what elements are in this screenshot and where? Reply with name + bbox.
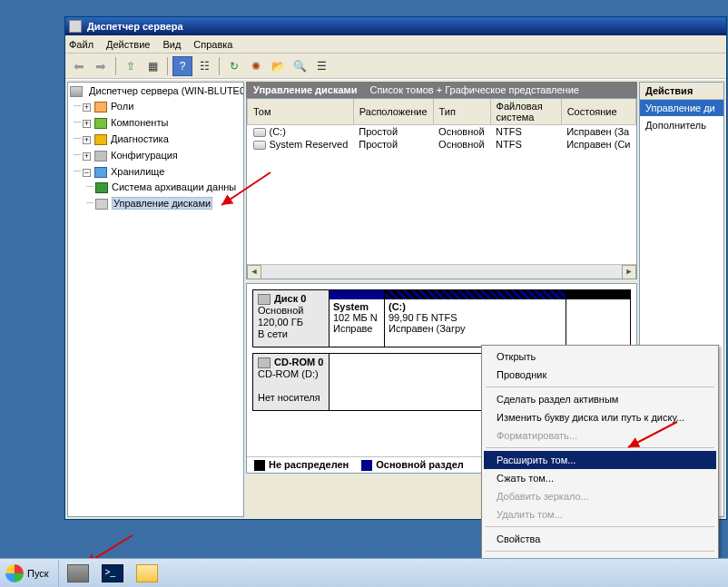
explorer-icon xyxy=(136,564,158,582)
forward-button[interactable]: ➡ xyxy=(91,56,111,76)
up-button[interactable]: ⇧ xyxy=(121,56,141,76)
menu-action[interactable]: Действие xyxy=(106,39,150,50)
ctx-add-mirror: Добавить зеркало... xyxy=(484,487,716,505)
action-button-2[interactable]: 🔍 xyxy=(290,56,310,76)
drive-icon xyxy=(253,141,266,150)
tree-roles[interactable]: +Роли xyxy=(83,98,243,114)
legend-swatch-unallocated xyxy=(254,460,265,471)
ctx-format: Форматировать... xyxy=(484,426,716,445)
menu-view[interactable]: Вид xyxy=(162,39,181,50)
storage-icon xyxy=(94,167,107,178)
server-icon xyxy=(70,86,83,97)
ctx-make-active[interactable]: Сделать раздел активным xyxy=(484,390,716,408)
start-label: Пуск xyxy=(27,568,49,579)
center-subtitle: Список томов + Графическое представление xyxy=(369,84,578,95)
disk-label: CD-ROM 0 CD-ROM (D:) Нет носителя xyxy=(253,354,330,410)
tree-configuration[interactable]: +Конфигурация xyxy=(83,147,243,163)
scroll-left-button[interactable]: ◄ xyxy=(247,265,261,279)
menu-help[interactable]: Справка xyxy=(193,39,232,50)
components-icon xyxy=(94,118,107,129)
view-list-button[interactable]: ☰ xyxy=(311,56,331,76)
disk-management-icon xyxy=(95,199,108,210)
partition-system-reserved[interactable]: System 102 МБ N Исправе xyxy=(330,290,384,347)
collapse-icon[interactable]: − xyxy=(83,169,91,177)
taskbar: Пуск xyxy=(0,558,728,587)
actions-more[interactable]: Дополнитель xyxy=(640,116,723,134)
tree-diagnostics[interactable]: +Диагностика xyxy=(83,131,243,147)
ctx-open[interactable]: Открыть xyxy=(484,347,716,366)
taskbar-explorer[interactable] xyxy=(132,561,162,586)
expand-icon[interactable]: + xyxy=(83,103,91,112)
expand-icon[interactable]: + xyxy=(83,120,91,128)
menu-bar: Файл Действие Вид Справка xyxy=(65,35,726,54)
partition-c[interactable]: (C:) 99,90 ГБ NTFS Исправен (Загру xyxy=(384,290,566,347)
col-volume[interactable]: Том xyxy=(248,99,354,125)
tree-storage[interactable]: −Хранилище Система архивации данны Управ… xyxy=(83,163,243,212)
show-hide-console-tree-button[interactable]: ▦ xyxy=(143,56,162,76)
menu-file[interactable]: Файл xyxy=(69,39,93,50)
app-icon xyxy=(69,20,82,33)
ctx-shrink-volume[interactable]: Сжать том... xyxy=(484,469,716,487)
window-title: Диспетчер сервера xyxy=(87,21,183,32)
tree-backup[interactable]: Система архивации данны xyxy=(95,179,243,195)
scroll-right-button[interactable]: ► xyxy=(622,265,636,279)
configuration-icon xyxy=(94,151,107,161)
legend-swatch-primary xyxy=(361,460,372,471)
drive-icon xyxy=(253,128,266,137)
toolbar: ⬅ ➡ ⇧ ▦ ? ☷ ↻ ✺ 📂 🔍 ☰ xyxy=(65,54,726,79)
context-menu: Открыть Проводник Сделать раздел активны… xyxy=(481,345,719,575)
back-button[interactable]: ⬅ xyxy=(69,56,89,76)
tree-root[interactable]: Диспетчер сервера (WIN-BLUTE0… +Роли +Ко… xyxy=(70,83,243,213)
table-row[interactable]: System Reserved Простой Основной NTFS Ис… xyxy=(248,138,636,151)
ctx-delete-volume: Удалить том... xyxy=(484,505,716,523)
powershell-icon xyxy=(102,564,123,582)
actions-header: Действия xyxy=(640,83,723,100)
windows-logo-icon xyxy=(5,564,24,582)
table-row[interactable]: (C:) Простой Основной NTFS Исправен (За xyxy=(248,125,636,139)
refresh-button[interactable]: ↻ xyxy=(224,56,244,76)
center-title: Управление дисками xyxy=(253,84,357,95)
partition-unallocated[interactable] xyxy=(566,290,630,347)
ctx-explorer[interactable]: Проводник xyxy=(484,366,716,384)
backup-icon xyxy=(95,182,108,193)
col-layout[interactable]: Расположение xyxy=(353,99,433,125)
expand-icon[interactable]: + xyxy=(83,152,91,161)
help-button[interactable]: ? xyxy=(172,56,192,76)
center-header: Управление дисками Список томов + Графич… xyxy=(246,82,637,98)
actions-section[interactable]: Управление ди xyxy=(640,100,723,116)
taskbar-powershell[interactable] xyxy=(97,561,128,586)
roles-icon xyxy=(94,102,107,113)
volume-list[interactable]: Том Расположение Тип Файловая система Со… xyxy=(246,98,637,279)
tree-disk-management[interactable]: Управление дисками xyxy=(95,195,243,211)
server-manager-icon xyxy=(67,564,89,582)
tree-components[interactable]: +Компоненты xyxy=(83,114,243,131)
ctx-extend-volume[interactable]: Расширить том... xyxy=(484,451,716,469)
col-fs[interactable]: Файловая система xyxy=(490,99,561,125)
console-tree[interactable]: Диспетчер сервера (WIN-BLUTE0… +Роли +Ко… xyxy=(67,82,244,517)
properties-button[interactable]: ☷ xyxy=(194,56,214,76)
expand-icon[interactable]: + xyxy=(83,136,91,144)
title-bar[interactable]: Диспетчер сервера xyxy=(65,17,726,35)
taskbar-server-manager[interactable] xyxy=(63,561,93,586)
disk-row-disk0[interactable]: Диск 0 Основной 120,00 ГБ В сети System … xyxy=(252,289,631,347)
horizontal-scrollbar[interactable]: ◄ ► xyxy=(247,264,636,279)
diagnostics-icon xyxy=(94,134,107,145)
col-type[interactable]: Тип xyxy=(433,99,490,125)
col-state[interactable]: Состояние xyxy=(561,99,635,125)
disk-label: Диск 0 Основной 120,00 ГБ В сети xyxy=(253,290,330,347)
rescan-disks-button[interactable]: ✺ xyxy=(246,56,266,76)
action-button-1[interactable]: 📂 xyxy=(268,56,288,76)
ctx-change-letter[interactable]: Изменить букву диска или путь к диску... xyxy=(484,408,716,426)
ctx-properties[interactable]: Свойства xyxy=(484,530,716,548)
start-button[interactable]: Пуск xyxy=(0,560,59,587)
